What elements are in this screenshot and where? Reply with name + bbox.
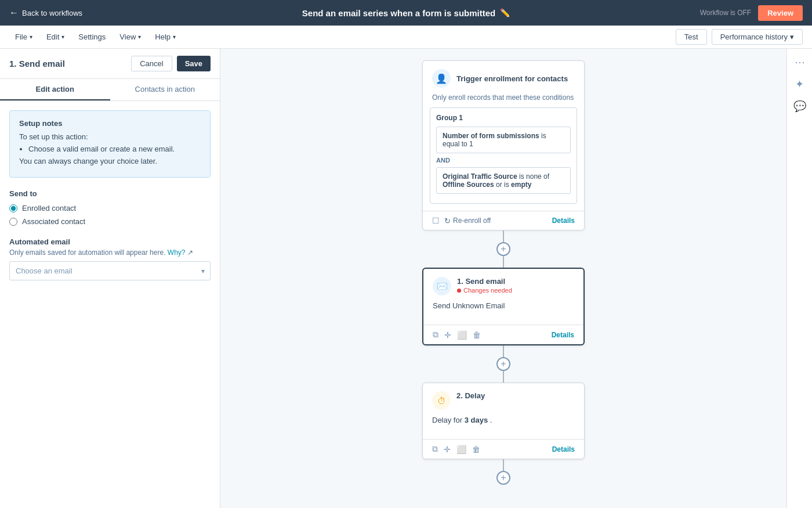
grid-icon[interactable]: ⋯ [795, 56, 804, 69]
save-button[interactable]: Save [177, 56, 211, 71]
action2-desc: Delay for 3 days . [423, 416, 584, 439]
condition2-end2: empty [511, 181, 531, 189]
sidebar-actions: Cancel Save [131, 56, 211, 71]
connector-line-3 [503, 459, 504, 471]
group-title: Group 1 [436, 114, 571, 122]
trigger-footer-left: ☐ ↻ Re-enroll off [432, 216, 491, 225]
right-panel: ⋯ ✦ 💬 [786, 49, 812, 508]
group-box: Group 1 Number of form submissions is eq… [430, 107, 577, 204]
action2-name: 2. Delay [456, 391, 575, 400]
action2-footer: ⧉ ✛ ⬜ 🗑 Details [423, 439, 584, 459]
re-enroll-icon: ↻ [444, 217, 451, 225]
perf-chevron-icon: ▾ [790, 33, 794, 41]
trigger-footer: ☐ ↻ Re-enroll off Details [423, 211, 584, 230]
file-chevron-icon: ▾ [30, 34, 32, 40]
email-select[interactable]: Choose an email [9, 261, 211, 280]
delete2-icon[interactable]: 🗑 [472, 445, 480, 454]
tab-contacts-action[interactable]: Contacts in action [110, 79, 220, 100]
action1-footer: ⧉ ✛ ⬜ 🗑 Details [423, 325, 583, 344]
duplicate-icon[interactable]: ⬜ [457, 330, 467, 340]
top-nav: ← Back to workflows Send an email series… [0, 0, 812, 26]
red-dot-icon [457, 289, 461, 293]
copy2-icon[interactable]: ⧉ [432, 444, 438, 454]
radio-associated-input[interactable] [9, 218, 17, 226]
send-to-label: Send to [9, 189, 211, 198]
action-node-1: ✉️ 1. Send email Changes needed Send Unk… [422, 268, 585, 345]
top-nav-right: Workflow is OFF Review [700, 5, 803, 21]
menu-left: File ▾ Edit ▾ Settings View ▾ Help ▾ [9, 26, 182, 49]
setup-notes-list: Choose a valid email or create a new ema… [19, 145, 201, 153]
radio-associated[interactable]: Associated contact [9, 217, 211, 226]
setup-notes: Setup notes To set up this action: Choos… [9, 110, 211, 178]
action2-tools: ⧉ ✛ ⬜ 🗑 [432, 444, 480, 454]
condition1-box: Number of form submissions is equal to 1 [436, 127, 571, 153]
star-icon[interactable]: ✦ [795, 78, 804, 91]
action1-header: ✉️ 1. Send email Changes needed [423, 269, 583, 301]
why-link[interactable]: Why? [168, 248, 186, 257]
add-step-button-1[interactable]: + [496, 242, 510, 256]
canvas: 👤 Trigger enrollment for contacts Only e… [220, 49, 786, 508]
auto-email-sublabel: Only emails saved for automation will ap… [9, 248, 211, 257]
performance-history-button[interactable]: Performance history ▾ [712, 29, 803, 45]
action1-details-link[interactable]: Details [552, 331, 574, 339]
menu-view[interactable]: View ▾ [114, 26, 147, 49]
setup-notes-footer: You can always change your choice later. [19, 157, 201, 165]
move2-icon[interactable]: ✛ [444, 445, 451, 454]
connector-line-1 [503, 230, 504, 242]
menu-help[interactable]: Help ▾ [149, 26, 182, 49]
send-to-radio-group: Enrolled contact Associated contact [9, 204, 211, 226]
action2-details-link[interactable]: Details [552, 445, 575, 453]
move-icon[interactable]: ✛ [444, 330, 451, 340]
connector-2: + [496, 345, 510, 383]
add-step-button-2[interactable]: + [496, 357, 510, 371]
edit-title-icon[interactable]: ✏️ [500, 8, 510, 17]
radio-associated-label: Associated contact [22, 217, 85, 226]
menu-file[interactable]: File ▾ [9, 26, 38, 49]
workflow-status: Workflow is OFF [700, 9, 751, 17]
action1-name: 1. Send email [457, 277, 574, 286]
test-button[interactable]: Test [676, 29, 707, 45]
comment-icon[interactable]: 💬 [793, 100, 806, 113]
condition2-rest: is none of [519, 172, 549, 181]
action2-icon: ⏱ [432, 391, 451, 410]
tab-edit-action[interactable]: Edit action [0, 79, 110, 100]
condition1-value: 1 [469, 140, 473, 148]
action2-info: 2. Delay [456, 391, 575, 401]
back-arrow-icon: ← [9, 8, 19, 18]
action1-info: 1. Send email Changes needed [457, 277, 574, 294]
duplicate2-icon[interactable]: ⬜ [456, 445, 466, 454]
condition2-end: or is [496, 181, 509, 189]
view-chevron-icon: ▾ [138, 34, 141, 40]
back-label: Back to workflows [22, 9, 82, 17]
main-layout: 1. Send email Cancel Save Edit action Co… [0, 49, 812, 508]
sidebar-header: 1. Send email Cancel Save [0, 49, 220, 79]
connector-line-2 [503, 345, 504, 357]
setup-notes-intro: To set up this action: [19, 132, 201, 141]
action1-icon: ✉️ [433, 277, 451, 296]
review-button[interactable]: Review [758, 5, 803, 21]
condition1-text: Number of form submissions [443, 132, 539, 140]
connector-1: + [496, 230, 510, 268]
menu-edit[interactable]: Edit ▾ [41, 26, 70, 49]
email-select-wrapper: Choose an email ▾ [9, 261, 211, 280]
workflow-title: Send an email series when a form is subm… [302, 8, 495, 18]
sidebar-title: 1. Send email [9, 59, 65, 69]
connector-3: + [496, 459, 510, 485]
trigger-title: Trigger enrollment for contacts [456, 74, 568, 83]
enroll-label: Only enroll records that meet these cond… [423, 93, 584, 107]
action2-header: ⏱ 2. Delay [423, 383, 584, 416]
help-chevron-icon: ▾ [173, 34, 176, 40]
trigger-details-link[interactable]: Details [552, 217, 575, 225]
copy-icon[interactable]: ⧉ [433, 330, 438, 340]
auto-email-section: Automated email Only emails saved for au… [9, 237, 211, 280]
add-step-button-3[interactable]: + [496, 471, 510, 485]
radio-enrolled[interactable]: Enrolled contact [9, 204, 211, 212]
cancel-button[interactable]: Cancel [131, 56, 172, 71]
back-link[interactable]: ← Back to workflows [9, 8, 82, 18]
delete-icon[interactable]: 🗑 [473, 330, 481, 340]
action-node-2: ⏱ 2. Delay Delay for 3 days . ⧉ ✛ ⬜ 🗑 [422, 383, 585, 459]
sidebar-tabs: Edit action Contacts in action [0, 79, 220, 101]
radio-enrolled-input[interactable] [9, 204, 17, 212]
menu-settings[interactable]: Settings [72, 26, 111, 49]
auto-email-label: Automated email [9, 237, 211, 246]
